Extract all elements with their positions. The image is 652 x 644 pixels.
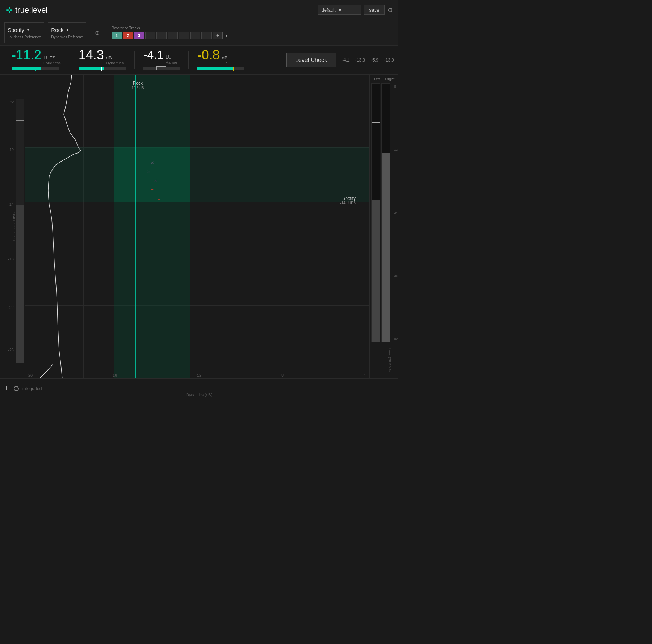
- range-value-row: -4.1 LU Range: [143, 49, 180, 64]
- rp-y-m36: -36: [393, 274, 398, 277]
- range-bar-cursor: [156, 66, 166, 70]
- tp-bar: [197, 67, 244, 72]
- ref-slot-7[interactable]: [179, 32, 189, 39]
- vu-left-label: Left: [374, 77, 380, 81]
- dynamics-bar-cursor: [101, 67, 102, 71]
- range-value: -4.1: [143, 49, 163, 60]
- ref-slot-add[interactable]: +: [213, 32, 223, 39]
- range-bar: [143, 67, 180, 71]
- preset-arrow-icon: ▼: [338, 7, 343, 13]
- gear-icon[interactable]: ⚙: [388, 7, 393, 13]
- y-label-m10: -10: [8, 147, 14, 152]
- vu-right-fill: [382, 153, 390, 342]
- left-vu-tick: [16, 120, 24, 121]
- loudness-value-row: -11.2 LUFS Loudness: [12, 49, 61, 65]
- ref-slot-3[interactable]: 3: [134, 32, 144, 39]
- cross-marker-gray-3[interactable]: ✕: [154, 179, 157, 183]
- dynamics-bar-track: [79, 67, 126, 70]
- cross-marker-red-1[interactable]: +: [151, 187, 154, 192]
- y-label-m18: -18: [8, 257, 14, 261]
- rp-y-m24: -24: [393, 211, 398, 214]
- pause-button[interactable]: ⏸: [4, 385, 10, 392]
- ref-tracks-section: Reference Tracks 1 2 3 + ▼: [112, 22, 229, 43]
- dynamics-bar: [79, 67, 126, 72]
- lcv-3: -5.9: [371, 58, 379, 63]
- vu-left-fill: [372, 200, 380, 342]
- dynamics-ref-underline: [51, 34, 83, 34]
- position-bar: [135, 75, 136, 378]
- ref-slot-9[interactable]: [201, 32, 212, 39]
- header-right: default ▼ save ⚙: [318, 5, 393, 15]
- rock-label-text: Rock: [131, 81, 144, 86]
- app-title: true:level: [15, 5, 47, 15]
- ref-slot-2[interactable]: 2: [123, 32, 133, 39]
- ref-slot-8[interactable]: [190, 32, 200, 39]
- ref-slot-6[interactable]: [168, 32, 178, 39]
- save-button[interactable]: save: [364, 5, 385, 15]
- ref-slot-5[interactable]: [156, 32, 167, 39]
- x-label-20: 20: [28, 373, 33, 377]
- green-zone-intersection: [114, 147, 190, 202]
- waveform-svg: [25, 75, 83, 378]
- loudness-ref-value: Spotify: [8, 27, 24, 33]
- loudness-ref-arrow-icon: ▼: [26, 28, 30, 32]
- rp-title-container: Level (TP|RMS): [370, 342, 398, 378]
- dynamics-sublabel: Dynamics: [106, 61, 124, 65]
- dynamics-meter: 14.3 dB Dynamics: [71, 49, 133, 72]
- range-sublabel: Range: [166, 60, 177, 64]
- loudness-bar: [12, 67, 61, 72]
- vu-right: [381, 83, 390, 342]
- dynamics-axis-label: Dynamics (dB): [186, 393, 212, 397]
- dynamics-unit: dB: [106, 55, 124, 60]
- x-label-16: 16: [113, 373, 117, 377]
- ref-tracks-arrow-icon[interactable]: ▼: [225, 34, 229, 38]
- left-vu-bg: [16, 99, 24, 363]
- vu-right-label: Right: [385, 77, 395, 81]
- cross-marker-gray-2[interactable]: ✕: [147, 169, 151, 174]
- loudness-value: -11.2: [12, 49, 41, 62]
- dynamics-value-row: 14.3 dB Dynamics: [79, 49, 126, 65]
- y-label-m26: -26: [8, 348, 14, 352]
- dynamics-ref-label: Dynamics Referene: [51, 35, 83, 39]
- tp-value: -0.8: [197, 49, 220, 62]
- grid-v-1: [83, 75, 84, 378]
- loudness-unit: LUFS: [43, 55, 61, 60]
- cross-marker-gray-1[interactable]: ✕: [150, 160, 154, 166]
- loudness-unit-group: LUFS Loudness: [43, 55, 61, 65]
- ref-track-slots: 1 2 3 + ▼: [112, 32, 229, 39]
- preset-select[interactable]: default ▼: [318, 5, 361, 15]
- logo: ⊹ true:level: [6, 5, 47, 15]
- loudness-ref-select[interactable]: ⊕ Spotify ▼: [8, 27, 41, 33]
- loudness-bar-track: [12, 67, 59, 70]
- y-label-m6: -6: [10, 99, 14, 103]
- ref-slot-4[interactable]: [145, 32, 155, 39]
- tp-unit-group: dB TP: [222, 55, 228, 65]
- level-check-button[interactable]: Level Check: [286, 53, 336, 67]
- dynamics-ref-group: Rock ▼ Dynamics Referene: [48, 22, 86, 43]
- vu-right-tick: [382, 141, 390, 141]
- tp-sublabel: TP: [222, 61, 228, 65]
- level-check-area: Level Check -4.1 -13.3 -5.9 -13.9: [283, 53, 394, 67]
- x-label-8: 8: [281, 373, 284, 377]
- vu-left: [371, 83, 380, 342]
- grid-v-5: [318, 75, 318, 378]
- record-button[interactable]: [14, 386, 19, 391]
- vu-left-tick: [372, 122, 380, 123]
- right-panel: Left Right -6 -12 -24 -36 -60: [369, 75, 398, 378]
- loudness-ref-label: Loudness Reference: [8, 35, 41, 39]
- rock-sublabel: 12.6 dB: [131, 86, 144, 90]
- loudness-ref-underline: [8, 34, 41, 34]
- cross-marker-red-2[interactable]: +: [158, 197, 160, 201]
- ref-slot-1[interactable]: 1: [112, 32, 122, 39]
- y-axis: Loudness (LUFS) -6 -10 -14 -18 -22 -26: [0, 75, 15, 378]
- meters-row: -11.2 LUFS Loudness 14.3 dB Dynamics: [0, 46, 398, 75]
- mode-label: integrated: [22, 386, 42, 391]
- dynamics-ref-select[interactable]: Rock ▼: [51, 27, 83, 33]
- range-unit-group: LU Range: [166, 54, 177, 64]
- spotify-label: Spotify -14 LUFS: [340, 196, 356, 205]
- tp-bar-cursor: [233, 67, 234, 71]
- tp-meter: -0.8 dB TP: [190, 49, 252, 72]
- crosshair-spacer: ⊕: [92, 22, 102, 43]
- chart-area: Rock 12.6 dB Spotify -14 LUFS + ✕ ✕ ✕ + …: [25, 75, 369, 378]
- lcv-4: -13.9: [384, 58, 394, 63]
